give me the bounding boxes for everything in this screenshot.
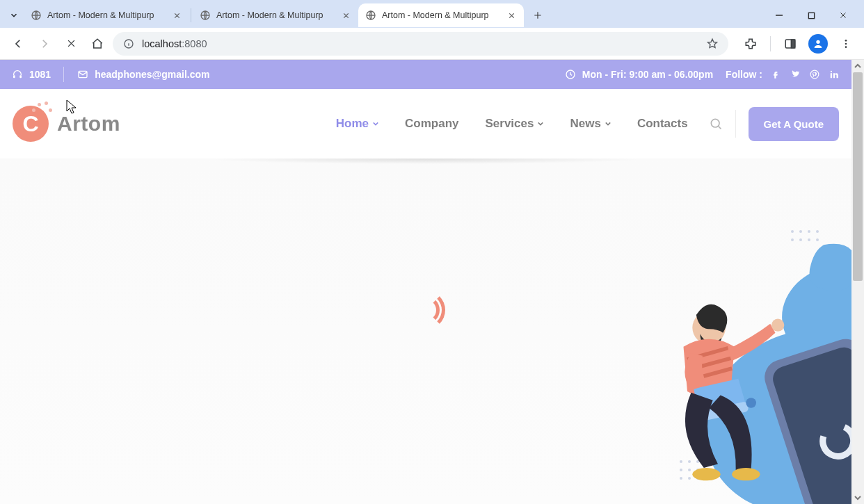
svg-point-20 bbox=[799, 230, 802, 233]
address-bar[interactable]: localhost:8080 bbox=[113, 32, 728, 56]
site-topbar: 1081 headphones@gmail.com bbox=[0, 60, 851, 89]
scrollbar-thumb[interactable] bbox=[853, 72, 863, 281]
globe-icon bbox=[200, 10, 211, 21]
svg-rect-6 bbox=[792, 40, 795, 48]
svg-point-47 bbox=[692, 468, 720, 480]
close-icon[interactable] bbox=[171, 10, 182, 21]
brand-text: Artom bbox=[57, 112, 120, 136]
home-button[interactable] bbox=[86, 33, 109, 55]
globe-icon bbox=[365, 10, 376, 21]
tab-strip: Artom - Modern & Multipurp Artom - Moder… bbox=[0, 0, 864, 28]
tab-title: Artom - Modern & Multipurp bbox=[216, 10, 335, 20]
follow-label: Follow : bbox=[726, 69, 762, 80]
forward-button[interactable] bbox=[33, 33, 56, 55]
window-maximize-button[interactable] bbox=[801, 6, 821, 25]
svg-rect-12 bbox=[19, 75, 22, 78]
vertical-scrollbar[interactable] bbox=[851, 60, 864, 504]
separator bbox=[770, 36, 771, 51]
tab-title: Artom - Modern & Multipurp bbox=[47, 10, 166, 20]
close-icon[interactable] bbox=[340, 10, 351, 21]
svg-point-44 bbox=[771, 319, 784, 332]
facebook-icon[interactable] bbox=[769, 68, 782, 81]
loading-spinner-icon bbox=[406, 291, 445, 330]
site-header: C Artom Home Company Services bbox=[0, 89, 851, 158]
svg-rect-16 bbox=[831, 73, 832, 78]
window-close-button[interactable] bbox=[833, 6, 853, 25]
nav-news[interactable]: News bbox=[570, 117, 610, 131]
svg-point-22 bbox=[816, 230, 819, 233]
tab-search-button[interactable] bbox=[4, 6, 24, 25]
svg-point-15 bbox=[810, 70, 819, 79]
separator bbox=[735, 110, 736, 138]
hero-section bbox=[0, 158, 851, 504]
tab-title: Artom - Modern & Multipurp bbox=[382, 10, 500, 20]
globe-icon bbox=[31, 10, 42, 21]
logo-mark-icon: C bbox=[13, 106, 49, 142]
chrome-menu-button[interactable] bbox=[835, 33, 857, 55]
nav-company[interactable]: Company bbox=[405, 117, 458, 131]
back-button[interactable] bbox=[7, 33, 29, 55]
envelope-icon bbox=[77, 68, 89, 81]
linkedin-icon[interactable] bbox=[828, 68, 840, 81]
phone-text: 1081 bbox=[29, 69, 51, 80]
extensions-button[interactable] bbox=[739, 33, 762, 55]
shadow-decoration bbox=[209, 158, 643, 164]
svg-point-9 bbox=[845, 42, 847, 44]
phone-link[interactable]: 1081 bbox=[11, 68, 51, 81]
site-info-icon[interactable] bbox=[122, 38, 135, 50]
new-tab-button[interactable] bbox=[528, 6, 547, 25]
chevron-down-icon bbox=[538, 121, 543, 127]
scroll-up-button[interactable] bbox=[851, 60, 864, 72]
hero-illustration bbox=[626, 238, 851, 504]
close-icon[interactable] bbox=[506, 10, 517, 21]
bookmark-button[interactable] bbox=[706, 38, 719, 50]
svg-point-7 bbox=[816, 40, 819, 43]
browser-tab-2[interactable]: Artom - Modern & Multipurp bbox=[193, 3, 358, 27]
svg-point-17 bbox=[831, 71, 832, 72]
hours-text: Mon - Fri: 9:00 am - 06.00pm bbox=[564, 68, 713, 81]
svg-point-10 bbox=[845, 46, 847, 48]
svg-point-19 bbox=[791, 230, 794, 233]
main-nav: Home Company Services News Contacts bbox=[336, 117, 688, 131]
stop-reload-button[interactable] bbox=[60, 33, 82, 55]
get-quote-button[interactable]: Get A Quote bbox=[749, 107, 839, 141]
browser-tab-3[interactable]: Artom - Modern & Multipurp bbox=[358, 3, 524, 27]
search-button[interactable] bbox=[709, 117, 723, 131]
window-minimize-button[interactable] bbox=[769, 6, 789, 25]
nav-services[interactable]: Services bbox=[486, 117, 544, 131]
search-icon bbox=[709, 117, 723, 131]
svg-point-21 bbox=[808, 230, 810, 233]
scrollbar-track[interactable] bbox=[851, 72, 864, 491]
svg-point-46 bbox=[746, 398, 756, 409]
separator bbox=[63, 67, 64, 82]
browser-toolbar: localhost:8080 bbox=[0, 28, 864, 60]
svg-rect-3 bbox=[808, 13, 814, 18]
clock-icon bbox=[564, 68, 577, 81]
svg-rect-11 bbox=[13, 75, 15, 78]
nav-contacts[interactable]: Contacts bbox=[637, 117, 688, 131]
email-text: headphones@gmail.com bbox=[95, 69, 209, 80]
logo[interactable]: C Artom bbox=[13, 106, 120, 142]
browser-tab-1[interactable]: Artom - Modern & Multipurp bbox=[24, 3, 189, 27]
headphones-icon bbox=[11, 68, 24, 81]
tab-separator bbox=[191, 8, 191, 22]
chevron-down-icon bbox=[373, 121, 378, 127]
twitter-icon[interactable] bbox=[789, 68, 801, 81]
scroll-down-button[interactable] bbox=[851, 491, 864, 504]
svg-point-48 bbox=[732, 468, 760, 480]
side-panel-button[interactable] bbox=[779, 33, 801, 55]
url-text: localhost:8080 bbox=[142, 38, 699, 49]
chevron-down-icon bbox=[605, 121, 611, 127]
pinterest-icon[interactable] bbox=[808, 68, 821, 81]
svg-point-8 bbox=[845, 40, 847, 42]
nav-home[interactable]: Home bbox=[336, 117, 378, 131]
svg-point-18 bbox=[711, 119, 719, 127]
profile-button[interactable] bbox=[808, 34, 828, 54]
email-link[interactable]: headphones@gmail.com bbox=[77, 68, 209, 81]
